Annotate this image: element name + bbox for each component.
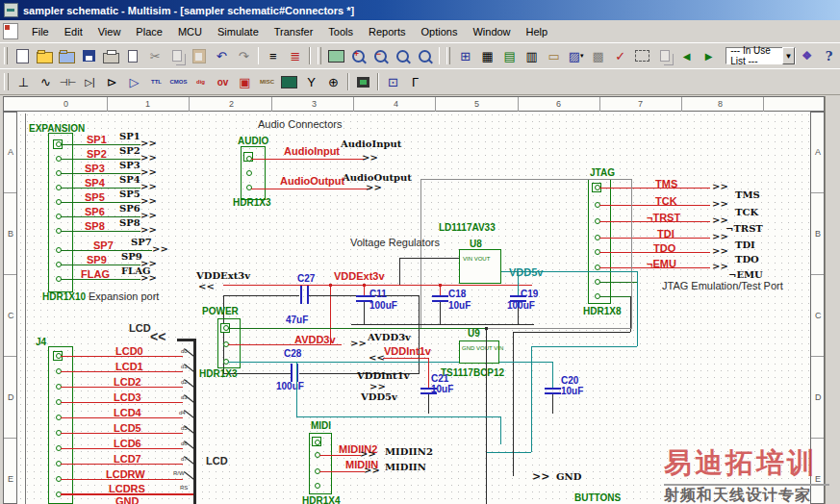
place-ttl-button[interactable]: TTL — [145, 72, 167, 92]
part-label-expansion[interactable]: HDR1X10 — [42, 291, 86, 302]
cap-ref[interactable]: C11 — [369, 289, 387, 299]
regulator-u9[interactable] — [459, 340, 499, 364]
part-label-power[interactable]: HDR1X3 — [199, 368, 237, 379]
offpage-port[interactable]: AVDD3v — [368, 332, 411, 342]
offpage-port[interactable]: SP6 — [119, 203, 140, 214]
net-label[interactable]: SP4 — [85, 177, 105, 189]
offpage-port[interactable]: SP5 — [119, 189, 140, 199]
place-indicator-button[interactable]: ▣ — [234, 72, 256, 92]
net-label[interactable]: AudioOutput — [280, 175, 344, 187]
part-label-midi[interactable]: HDR1X4 — [302, 495, 340, 504]
regulator-u8[interactable] — [459, 249, 501, 284]
caption-expansion[interactable]: Expansion port — [89, 290, 159, 302]
caption-jtag[interactable]: JTAG Emulation/Test Port — [662, 280, 783, 291]
part-label-u8[interactable]: LD1117AV33 — [439, 222, 496, 233]
offpage-port[interactable]: SP4 — [119, 174, 140, 185]
net-label[interactable]: LCD3 — [114, 391, 141, 403]
net-label[interactable]: LCD4 — [114, 407, 141, 418]
menu-file[interactable]: File — [24, 23, 57, 40]
net-label[interactable]: SP6 — [85, 206, 105, 217]
cap-ref[interactable]: C27 — [297, 273, 315, 284]
open-file-button[interactable] — [34, 46, 56, 66]
net-label[interactable]: ¬EMU — [647, 258, 676, 269]
part-label-u9[interactable]: TS1117BCP12 — [441, 367, 504, 378]
place-cmos-button[interactable]: CMOS — [167, 72, 190, 92]
net-label[interactable]: TCK — [655, 195, 677, 207]
net-label[interactable]: SP1 — [87, 134, 107, 145]
in-use-list-dropdown[interactable]: --- In Use List --- ▼ — [725, 47, 796, 64]
design-toolbox-button[interactable]: ⊞ — [454, 46, 476, 66]
menu-tools[interactable]: Tools — [320, 23, 361, 40]
net-label[interactable]: TDI — [657, 228, 675, 239]
place-signal-source-button[interactable]: ∿ — [35, 72, 57, 92]
net-label[interactable]: LCD0 — [115, 345, 143, 357]
place-electromechanical-button[interactable]: ⊕ — [322, 72, 344, 92]
net-label[interactable]: VDDExt3v — [334, 270, 385, 282]
net-label[interactable]: SP5 — [85, 191, 105, 203]
net-label[interactable]: LCD1 — [115, 361, 143, 372]
net-label[interactable]: TMS — [655, 178, 677, 189]
net-label[interactable]: TDO — [653, 242, 675, 254]
offpage-port[interactable]: ¬TRST — [725, 223, 763, 234]
offpage-port[interactable]: SP9 — [121, 251, 142, 262]
offpage-port[interactable]: SP7 — [131, 237, 152, 247]
menu-help[interactable]: Help — [519, 23, 556, 40]
zoom-in-button[interactable]: + — [347, 46, 369, 66]
new-file-button[interactable] — [12, 46, 34, 66]
cap-ref[interactable]: C19 — [521, 289, 538, 299]
zoom-fit-button[interactable] — [414, 46, 436, 66]
net-label[interactable]: ¬TRST — [647, 212, 680, 223]
fullscreen-button[interactable] — [325, 46, 347, 66]
menu-edit[interactable]: Edit — [57, 23, 90, 40]
forward-annotate-button[interactable]: ▶ — [698, 46, 720, 66]
place-rf-button[interactable]: Y — [300, 72, 322, 92]
connector-name-power[interactable]: POWER — [202, 306, 239, 316]
menu-view[interactable]: View — [90, 23, 129, 40]
ref-label-u8[interactable]: U8 — [470, 239, 482, 249]
cap-value[interactable]: 10uF — [561, 386, 583, 396]
cap-value[interactable]: 10uF — [448, 300, 471, 311]
bus-label-lcd[interactable]: LCD — [129, 322, 151, 334]
net-label[interactable]: SP3 — [85, 163, 105, 174]
place-bus-button[interactable]: Γ — [404, 72, 426, 92]
erc-button[interactable]: ✓ — [609, 46, 631, 66]
place-misc-button[interactable]: MISC — [256, 72, 278, 92]
menu-mcu[interactable]: MCU — [170, 23, 210, 40]
dropdown-arrow-icon[interactable]: ▾ — [580, 52, 584, 60]
offpage-port[interactable]: VDDInt1v — [357, 370, 409, 381]
connector-name-midi[interactable]: MIDI — [311, 420, 331, 431]
zoom-area-button[interactable] — [392, 46, 414, 66]
net-label[interactable]: VDDInt1v — [384, 345, 431, 357]
net-label[interactable]: AVDD3v — [294, 334, 336, 345]
document-icon[interactable] — [3, 23, 18, 39]
net-label[interactable]: SP7 — [93, 239, 114, 251]
toolbar-grip[interactable] — [4, 47, 8, 64]
zoom-out-button[interactable]: − — [369, 46, 392, 66]
print-button[interactable] — [100, 46, 122, 66]
cap-ref[interactable]: C18 — [448, 289, 466, 299]
net-label[interactable]: LCDRW — [106, 468, 145, 480]
cap-ref[interactable]: C21 — [431, 373, 448, 384]
menu-reports[interactable]: Reports — [361, 23, 414, 40]
offpage-port[interactable]: SP8 — [119, 217, 140, 228]
offpage-port[interactable]: SP1 — [119, 131, 140, 141]
cap-value[interactable]: 100uF — [369, 300, 397, 311]
component-wizard-button[interactable]: ❖ — [796, 46, 818, 66]
net-label[interactable]: LCD2 — [114, 376, 141, 388]
toolbar-grip[interactable] — [4, 73, 9, 90]
place-hierarchical-block-button[interactable]: ⊡ — [382, 72, 404, 92]
offpage-port[interactable]: VDD5v — [361, 391, 397, 402]
section-label-lcd[interactable]: LCD — [206, 455, 228, 466]
menu-simulate[interactable]: Simulate — [210, 23, 267, 40]
place-basic-button[interactable]: ⊣⊢ — [57, 72, 79, 92]
grapher-button[interactable]: ▨▾ — [565, 46, 587, 66]
help-button[interactable]: ? — [818, 46, 840, 66]
connector-name-jtag[interactable]: JTAG — [590, 167, 615, 178]
ref-label-j4[interactable]: J4 — [36, 337, 46, 347]
breadboard-button[interactable]: ▭ — [543, 46, 565, 66]
offpage-port-gnd[interactable]: GND — [556, 471, 581, 482]
cap-ref[interactable]: C28 — [284, 348, 301, 359]
redo-button[interactable]: ↷ — [233, 46, 255, 66]
place-mcu-button[interactable] — [352, 72, 374, 92]
offpage-port[interactable]: VDDExt3v — [196, 270, 250, 281]
